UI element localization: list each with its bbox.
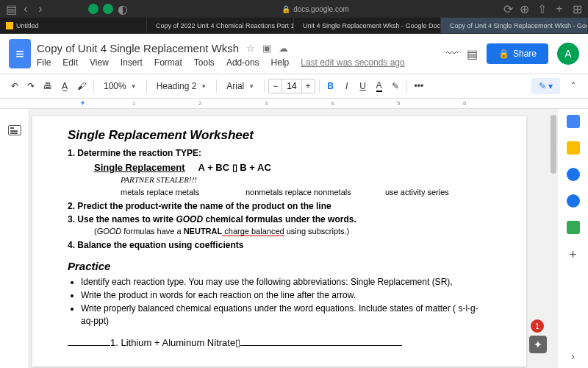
- menu-addons[interactable]: Add-ons: [226, 57, 259, 68]
- caret-icon: ▼: [131, 83, 137, 90]
- collapse-sidebar-icon[interactable]: ›: [571, 350, 575, 362]
- spellcheck-icon[interactable]: A̲: [57, 78, 72, 94]
- back-icon[interactable]: ‹: [21, 4, 31, 14]
- tasks-icon[interactable]: [567, 168, 580, 181]
- tab-label: Copy of 2022 Unit 4 Chemical Reactions P…: [156, 22, 294, 29]
- good-formula-note: (GOOD formulas have a NEUTRAL charge bal…: [68, 226, 491, 237]
- explore-button[interactable]: ✦: [529, 336, 547, 353]
- indent-marker-icon[interactable]: ▾: [81, 99, 85, 107]
- outline-icon[interactable]: [8, 125, 21, 135]
- horizontal-ruler[interactable]: ▾ 1 2 3 4 5 6: [0, 99, 588, 109]
- share-button[interactable]: 🔒Share: [487, 43, 548, 64]
- tab-untitled[interactable]: Untitled: [0, 18, 147, 33]
- collapse-toolbar-icon[interactable]: ˄: [566, 78, 581, 94]
- extension-honey-icon[interactable]: [88, 4, 98, 14]
- tab-wksh[interactable]: Unit 4 Single Replacement Wksh - Google …: [294, 18, 441, 33]
- bullet-3: Write properly balanced chemical equatio…: [81, 302, 491, 328]
- text-color-button[interactable]: A: [372, 77, 387, 95]
- document-title[interactable]: Copy of Unit 4 Single Replacement Wksh: [37, 42, 239, 54]
- fontsize-increase[interactable]: +: [302, 79, 315, 93]
- add-addon-icon[interactable]: +: [569, 247, 577, 263]
- editing-mode-button[interactable]: ✎ ▾: [531, 78, 560, 94]
- cloud-status-icon[interactable]: ☁: [279, 43, 288, 54]
- lock-icon: 🔒: [282, 5, 290, 13]
- style-select[interactable]: Heading 2▼: [151, 79, 213, 93]
- trend-icon[interactable]: 〰: [446, 47, 458, 60]
- menu-edit[interactable]: Edit: [62, 57, 78, 68]
- scroll-thumb[interactable]: [551, 115, 556, 174]
- ruler-tick: 1: [132, 100, 135, 107]
- reload-icon[interactable]: ⟳: [503, 4, 513, 14]
- practice-heading: Practice: [68, 258, 491, 274]
- outline-sidebar: [0, 109, 29, 368]
- menu-view[interactable]: View: [90, 57, 109, 68]
- vertical-scrollbar[interactable]: [550, 109, 557, 368]
- fontsize-value[interactable]: 14: [282, 79, 301, 93]
- last-edit-link[interactable]: Last edit was seconds ago: [301, 57, 404, 68]
- docs-header: ≡ Copy of Unit 4 Single Replacement Wksh…: [0, 34, 588, 74]
- replace-metals: metals replace metals: [121, 187, 245, 198]
- ruler-tick: 5: [397, 100, 400, 107]
- contacts-icon[interactable]: [567, 194, 580, 208]
- download-icon[interactable]: ⊕: [519, 4, 529, 14]
- formula: A + BC ▯ B + AC: [198, 162, 271, 173]
- answer-blank: [68, 345, 110, 346]
- bullet-1: Identify each reaction type. You may use…: [81, 276, 491, 289]
- replace-nonmetals: nonmetals replace nonmetals: [245, 187, 385, 198]
- menu-format[interactable]: Format: [154, 57, 182, 68]
- bold-button[interactable]: B: [323, 78, 338, 94]
- underline-button[interactable]: U: [356, 78, 370, 94]
- sidebar-toggle-icon[interactable]: ▤: [6, 4, 16, 14]
- extension-shield-icon[interactable]: ◐: [118, 4, 128, 14]
- comments-icon[interactable]: ▤: [467, 47, 478, 61]
- lock-icon: 🔒: [498, 49, 509, 59]
- url-bar[interactable]: 🔒 docs.google.com: [134, 5, 497, 13]
- tab-label: Unit 4 Single Replacement Wksh - Google …: [303, 22, 441, 29]
- undo-icon[interactable]: ↶: [7, 78, 22, 94]
- user-avatar[interactable]: A: [557, 43, 579, 65]
- move-folder-icon[interactable]: ▣: [262, 43, 271, 54]
- worksheet-title: Single Replacement Worksheet: [68, 127, 491, 144]
- fontsize-decrease[interactable]: −: [269, 79, 282, 93]
- maps-icon[interactable]: [567, 221, 580, 234]
- docs-logo-icon[interactable]: ≡: [9, 39, 31, 68]
- ruler-tick: 2: [198, 100, 201, 107]
- paint-format-icon[interactable]: 🖌: [74, 78, 90, 94]
- new-tab-icon[interactable]: +: [554, 4, 564, 14]
- ruler-tick: 4: [331, 100, 334, 107]
- step-4: 4. Balance the equation using coefficien…: [68, 239, 491, 252]
- ruler-tick: 3: [265, 100, 268, 107]
- font-select[interactable]: Arial▼: [220, 79, 260, 93]
- menu-tools[interactable]: Tools: [194, 57, 215, 68]
- replace-rules: metals replace metals nonmetals replace …: [68, 187, 491, 198]
- tabs-icon[interactable]: ⊞: [572, 4, 582, 14]
- document-viewport[interactable]: Single Replacement Worksheet 1. Determin…: [29, 109, 557, 368]
- menu-help[interactable]: Help: [271, 57, 290, 68]
- practice-instructions: Identify each reaction type. You may use…: [68, 276, 491, 327]
- caret-icon: ▼: [248, 83, 254, 90]
- menu-insert[interactable]: Insert: [121, 57, 143, 68]
- share-browser-icon[interactable]: ⇧: [537, 4, 547, 14]
- partner-text: PARTNER STEALER!!!: [68, 174, 491, 185]
- redo-icon[interactable]: ↷: [24, 78, 38, 94]
- print-icon[interactable]: 🖶: [40, 78, 56, 94]
- notification-badge[interactable]: 1: [531, 319, 544, 333]
- tab-copy-wksh[interactable]: Copy of Unit 4 Single Replacement Wksh -…: [441, 18, 588, 33]
- calendar-icon[interactable]: [567, 115, 580, 128]
- highlight-button[interactable]: ✎: [388, 78, 403, 94]
- document-page[interactable]: Single Replacement Worksheet 1. Determin…: [32, 116, 526, 367]
- extension-grammarly-icon[interactable]: [103, 4, 113, 14]
- style-value: Heading 2: [157, 81, 197, 91]
- ruler-tick: 6: [463, 100, 466, 107]
- formatting-toolbar: ↶ ↷ 🖶 A̲ 🖌 100%▼ Heading 2▼ Arial▼ − 14 …: [0, 74, 588, 99]
- italic-button[interactable]: I: [340, 78, 354, 94]
- keep-icon[interactable]: [567, 141, 580, 155]
- share-label: Share: [513, 49, 537, 59]
- forward-icon[interactable]: ›: [35, 4, 46, 14]
- tab-reactions[interactable]: Copy of 2022 Unit 4 Chemical Reactions P…: [147, 18, 294, 33]
- more-button[interactable]: •••: [411, 78, 428, 94]
- menu-file[interactable]: File: [37, 57, 51, 68]
- star-icon[interactable]: ☆: [246, 43, 255, 54]
- zoom-select[interactable]: 100%▼: [98, 79, 143, 93]
- question-1: 1. Lithium + Aluminum Nitrate▯: [68, 336, 491, 350]
